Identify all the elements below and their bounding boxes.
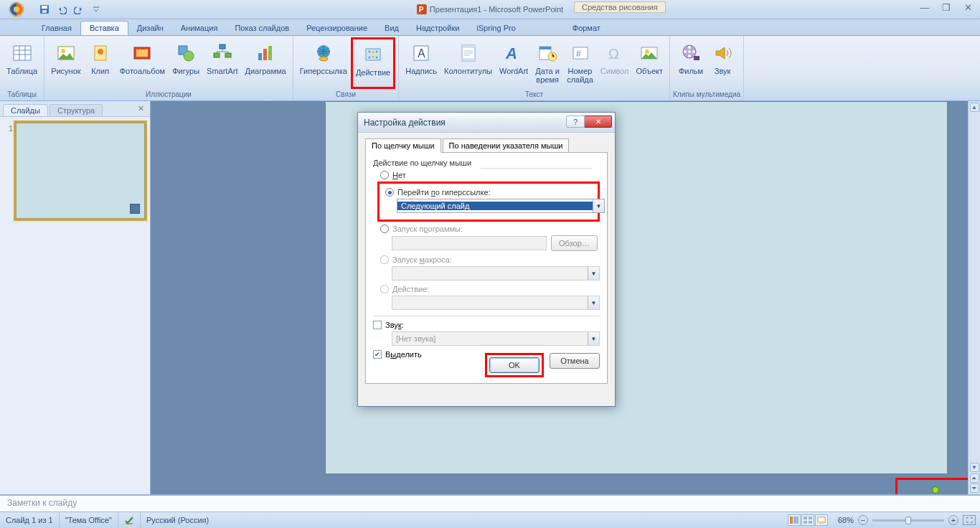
- tab-insert[interactable]: Вставка: [80, 21, 128, 35]
- status-language[interactable]: Русский (Россия): [141, 512, 215, 528]
- btn-clip[interactable]: Клип: [85, 37, 116, 86]
- btn-datetime[interactable]: Дата и время: [532, 37, 563, 86]
- btn-symbol: ΩСимвол: [597, 37, 633, 86]
- close-icon[interactable]: ✕: [960, 1, 976, 13]
- tab-format[interactable]: Формат: [564, 22, 609, 35]
- dlg-tab-hover[interactable]: По наведении указателя мыши: [443, 138, 570, 153]
- svg-rect-19: [258, 53, 262, 60]
- btn-table[interactable]: Таблица: [3, 37, 41, 86]
- dialog-close-icon[interactable]: ✕: [585, 116, 612, 128]
- btn-shapes[interactable]: Фигуры: [169, 37, 203, 86]
- btn-ok[interactable]: OK: [489, 357, 540, 373]
- fieldset-legend: Действие по щелчку мыши: [373, 159, 471, 167]
- view-sorter-icon[interactable]: [801, 514, 814, 526]
- undo-icon[interactable]: [55, 2, 69, 16]
- quick-access-toolbar: [37, 2, 103, 16]
- svg-rect-7: [14, 46, 31, 60]
- svg-rect-52: [804, 517, 807, 519]
- save-icon[interactable]: [37, 2, 52, 16]
- radio-none[interactable]: Нет: [380, 171, 600, 179]
- panel-close-icon[interactable]: ✕: [138, 104, 144, 113]
- next-slide-icon[interactable]: ⏷: [970, 484, 979, 493]
- svg-point-1: [14, 6, 19, 12]
- zoom-out-icon[interactable]: −: [858, 515, 868, 525]
- btn-smartart[interactable]: SmartArt: [203, 37, 241, 86]
- view-normal-icon[interactable]: [788, 514, 801, 526]
- btn-object[interactable]: Объект: [633, 37, 666, 86]
- btn-action[interactable]: Действие: [351, 37, 395, 89]
- radio-run-input[interactable]: [380, 225, 389, 233]
- radio-hyperlink-input[interactable]: [385, 188, 394, 197]
- vertical-scrollbar[interactable]: ▲ ▼ ⏶ ⏷: [968, 101, 980, 494]
- redo-icon[interactable]: [72, 2, 86, 16]
- zoom-slider[interactable]: [872, 519, 944, 522]
- slide-thumb-1[interactable]: 1: [4, 123, 146, 219]
- zoom-in-icon[interactable]: +: [948, 515, 958, 525]
- check-sound-input[interactable]: [373, 321, 382, 329]
- dialog-help-icon[interactable]: ?: [566, 116, 585, 128]
- ribbon-tab-strip: Главная Вставка Дизайн Анимация Показ сл…: [0, 19, 980, 36]
- tab-view[interactable]: Вид: [376, 22, 407, 35]
- rotate-handle[interactable]: [932, 486, 939, 494]
- tab-home[interactable]: Главная: [33, 22, 80, 35]
- status-spellcheck[interactable]: [118, 512, 141, 528]
- dialog-titlebar[interactable]: Настройка действия ? ✕: [358, 113, 615, 133]
- red-annotation-ok: OK: [485, 353, 544, 377]
- svg-rect-21: [268, 46, 272, 60]
- svg-point-28: [376, 57, 378, 59]
- btn-movie[interactable]: Фильм: [675, 37, 707, 86]
- action-settings-dialog: Настройка действия ? ✕ По щелчку мыши По…: [357, 112, 616, 407]
- btn-browse[interactable]: Обзор…: [551, 235, 598, 251]
- view-slideshow-icon[interactable]: [815, 514, 828, 526]
- dialog-body: По щелчку мыши По наведении указателя мы…: [358, 133, 615, 388]
- svg-rect-51: [793, 517, 798, 524]
- tab-review[interactable]: Рецензирование: [298, 22, 376, 35]
- check-highlight-input[interactable]: ✔: [373, 350, 382, 359]
- tab-slides-thumbnails[interactable]: Слайды: [3, 104, 48, 116]
- btn-chart[interactable]: Диаграмма: [242, 37, 290, 86]
- btn-hyperlink[interactable]: Гиперссылка: [296, 37, 351, 86]
- ribbon: Таблица Таблицы Рисунок Клип Фотоальбом …: [0, 36, 980, 101]
- tab-addins[interactable]: Надстройки: [407, 22, 468, 35]
- tab-outline[interactable]: Структура: [50, 104, 103, 116]
- btn-picture[interactable]: Рисунок: [47, 37, 85, 86]
- svg-rect-4: [42, 10, 47, 13]
- qat-dropdown-icon[interactable]: [89, 2, 103, 16]
- check-sound[interactable]: Звук:: [373, 321, 600, 329]
- office-button[interactable]: [3, 0, 33, 19]
- btn-photoalbum[interactable]: Фотоальбом: [116, 37, 169, 86]
- notes-pane[interactable]: Заметки к слайду: [0, 494, 980, 512]
- minimize-icon[interactable]: —: [917, 1, 933, 13]
- tab-design[interactable]: Дизайн: [128, 22, 172, 35]
- combo-hyperlink-target[interactable]: Следующий слайд ▼: [397, 199, 605, 213]
- tab-ispring[interactable]: iSpring Pro: [468, 22, 524, 35]
- btn-sound[interactable]: Звук: [707, 37, 738, 86]
- btn-textbox[interactable]: AНадпись: [402, 37, 440, 86]
- btn-cancel[interactable]: Отмена: [550, 353, 600, 369]
- svg-rect-32: [462, 45, 475, 48]
- prev-slide-icon[interactable]: ⏶: [970, 473, 979, 483]
- svg-rect-33: [462, 58, 475, 61]
- radio-action-input: [380, 285, 389, 293]
- fit-window-icon[interactable]: ⛶: [963, 515, 976, 525]
- btn-headerfooter[interactable]: Колонтитулы: [440, 37, 496, 86]
- btn-slidenumber[interactable]: #Номер слайда: [563, 37, 597, 86]
- status-bar: Слайд 1 из 1 "Тема Office" Русский (Росс…: [0, 512, 980, 528]
- svg-rect-36: [540, 47, 551, 50]
- tab-animation[interactable]: Анимация: [172, 22, 227, 35]
- tab-slideshow[interactable]: Показ слайдов: [226, 22, 298, 35]
- chevron-down-icon[interactable]: ▼: [593, 199, 604, 212]
- radio-hyperlink[interactable]: Перейти по гиперссылке:: [385, 188, 595, 197]
- svg-rect-53: [809, 517, 812, 519]
- dlg-tab-click[interactable]: По щелчку мыши: [365, 138, 441, 153]
- scroll-down-icon[interactable]: ▼: [970, 463, 979, 472]
- btn-wordart[interactable]: AWordArt: [496, 37, 532, 86]
- radio-run-program[interactable]: Запуск программы:: [380, 225, 600, 233]
- restore-icon[interactable]: ❐: [938, 1, 954, 13]
- radio-none-input[interactable]: [380, 171, 389, 179]
- selected-shape-region: [895, 478, 977, 494]
- scroll-up-icon[interactable]: ▲: [970, 103, 979, 112]
- svg-point-25: [369, 51, 371, 53]
- zoom-slider-thumb[interactable]: [905, 517, 911, 524]
- svg-rect-49: [694, 56, 699, 60]
